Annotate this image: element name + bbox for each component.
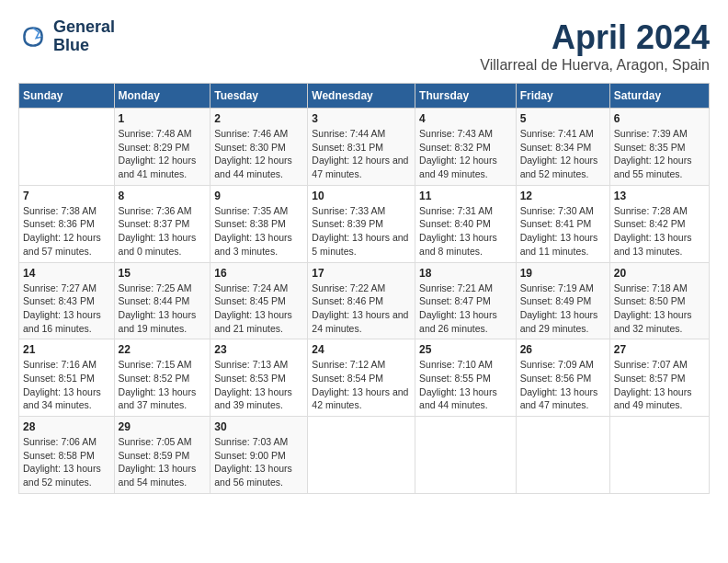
calendar-week-row: 1Sunrise: 7:48 AMSunset: 8:29 PMDaylight… <box>19 109 710 186</box>
calendar-week-row: 21Sunrise: 7:16 AMSunset: 8:51 PMDayligh… <box>19 339 710 417</box>
calendar-cell: 5Sunrise: 7:41 AMSunset: 8:34 PMDaylight… <box>516 109 609 186</box>
day-info: Sunrise: 7:03 AMSunset: 9:00 PMDaylight:… <box>214 435 303 489</box>
day-info: Sunrise: 7:31 AMSunset: 8:40 PMDaylight:… <box>419 204 512 259</box>
calendar-week-row: 28Sunrise: 7:06 AMSunset: 8:58 PMDayligh… <box>19 417 710 494</box>
calendar-cell <box>609 417 709 494</box>
day-info: Sunrise: 7:22 AMSunset: 8:46 PMDaylight:… <box>312 282 411 336</box>
calendar-table: SundayMondayTuesdayWednesdayThursdayFrid… <box>18 83 710 494</box>
day-info: Sunrise: 7:30 AMSunset: 8:41 PMDaylight:… <box>520 204 606 259</box>
calendar-cell: 30Sunrise: 7:03 AMSunset: 9:00 PMDayligh… <box>210 417 308 494</box>
calendar-cell: 13Sunrise: 7:28 AMSunset: 8:42 PMDayligh… <box>609 185 709 262</box>
day-number: 18 <box>419 267 512 280</box>
day-number: 10 <box>312 190 411 202</box>
calendar-header-row: SundayMondayTuesdayWednesdayThursdayFrid… <box>19 84 710 109</box>
day-info: Sunrise: 7:36 AMSunset: 8:37 PMDaylight:… <box>119 204 207 259</box>
header-cell-wednesday: Wednesday <box>308 84 415 109</box>
day-info: Sunrise: 7:27 AMSunset: 8:43 PMDaylight:… <box>23 282 110 336</box>
calendar-cell: 23Sunrise: 7:13 AMSunset: 8:53 PMDayligh… <box>210 339 308 417</box>
day-number: 4 <box>419 112 512 125</box>
day-number: 17 <box>312 267 411 280</box>
day-info: Sunrise: 7:48 AMSunset: 8:29 PMDaylight:… <box>119 127 207 181</box>
day-number: 2 <box>214 112 303 125</box>
calendar-cell <box>308 417 415 494</box>
day-info: Sunrise: 7:18 AMSunset: 8:50 PMDaylight:… <box>614 282 705 336</box>
calendar-cell: 29Sunrise: 7:05 AMSunset: 8:59 PMDayligh… <box>114 417 210 494</box>
logo: General Blue <box>18 18 115 55</box>
day-number: 28 <box>23 420 110 433</box>
day-info: Sunrise: 7:28 AMSunset: 8:42 PMDaylight:… <box>614 204 705 259</box>
calendar-cell: 3Sunrise: 7:44 AMSunset: 8:31 PMDaylight… <box>308 109 415 186</box>
day-number: 23 <box>214 343 303 356</box>
calendar-cell: 24Sunrise: 7:12 AMSunset: 8:54 PMDayligh… <box>308 339 415 417</box>
header-cell-friday: Friday <box>516 84 609 109</box>
calendar-cell <box>19 109 115 186</box>
calendar-body: 1Sunrise: 7:48 AMSunset: 8:29 PMDaylight… <box>19 109 710 494</box>
day-number: 7 <box>23 190 110 202</box>
day-number: 30 <box>214 420 303 433</box>
day-info: Sunrise: 7:10 AMSunset: 8:55 PMDaylight:… <box>419 358 512 412</box>
calendar-week-row: 14Sunrise: 7:27 AMSunset: 8:43 PMDayligh… <box>19 262 710 339</box>
header-cell-saturday: Saturday <box>609 84 709 109</box>
day-number: 5 <box>520 112 606 125</box>
calendar-cell: 12Sunrise: 7:30 AMSunset: 8:41 PMDayligh… <box>516 185 609 262</box>
calendar-cell: 8Sunrise: 7:36 AMSunset: 8:37 PMDaylight… <box>114 185 210 262</box>
page-subtitle: Villarreal de Huerva, Aragon, Spain <box>480 57 710 74</box>
title-area: April 2024 Villarreal de Huerva, Aragon,… <box>480 18 710 74</box>
day-number: 26 <box>520 343 606 356</box>
calendar-cell <box>415 417 517 494</box>
day-info: Sunrise: 7:46 AMSunset: 8:30 PMDaylight:… <box>214 127 303 181</box>
day-info: Sunrise: 7:06 AMSunset: 8:58 PMDaylight:… <box>23 435 110 489</box>
calendar-cell: 18Sunrise: 7:21 AMSunset: 8:47 PMDayligh… <box>415 262 517 339</box>
day-number: 14 <box>23 267 110 280</box>
day-info: Sunrise: 7:25 AMSunset: 8:44 PMDaylight:… <box>119 282 207 336</box>
day-info: Sunrise: 7:24 AMSunset: 8:45 PMDaylight:… <box>214 282 303 336</box>
calendar-cell: 6Sunrise: 7:39 AMSunset: 8:35 PMDaylight… <box>609 109 709 186</box>
day-number: 22 <box>119 343 207 356</box>
day-number: 27 <box>614 343 705 356</box>
calendar-cell: 15Sunrise: 7:25 AMSunset: 8:44 PMDayligh… <box>114 262 210 339</box>
day-number: 9 <box>214 190 303 202</box>
calendar-cell: 11Sunrise: 7:31 AMSunset: 8:40 PMDayligh… <box>415 185 517 262</box>
calendar-cell: 9Sunrise: 7:35 AMSunset: 8:38 PMDaylight… <box>210 185 308 262</box>
day-number: 6 <box>614 112 705 125</box>
day-info: Sunrise: 7:19 AMSunset: 8:49 PMDaylight:… <box>520 282 606 336</box>
day-number: 15 <box>119 267 207 280</box>
calendar-cell: 16Sunrise: 7:24 AMSunset: 8:45 PMDayligh… <box>210 262 308 339</box>
calendar-cell: 22Sunrise: 7:15 AMSunset: 8:52 PMDayligh… <box>114 339 210 417</box>
calendar-cell: 14Sunrise: 7:27 AMSunset: 8:43 PMDayligh… <box>19 262 115 339</box>
day-info: Sunrise: 7:12 AMSunset: 8:54 PMDaylight:… <box>312 358 411 412</box>
day-info: Sunrise: 7:21 AMSunset: 8:47 PMDaylight:… <box>419 282 512 336</box>
day-info: Sunrise: 7:35 AMSunset: 8:38 PMDaylight:… <box>214 204 303 259</box>
calendar-cell: 10Sunrise: 7:33 AMSunset: 8:39 PMDayligh… <box>308 185 415 262</box>
header-cell-tuesday: Tuesday <box>210 84 308 109</box>
calendar-cell: 20Sunrise: 7:18 AMSunset: 8:50 PMDayligh… <box>609 262 709 339</box>
day-info: Sunrise: 7:33 AMSunset: 8:39 PMDaylight:… <box>312 204 411 259</box>
calendar-cell: 1Sunrise: 7:48 AMSunset: 8:29 PMDaylight… <box>114 109 210 186</box>
calendar-cell: 27Sunrise: 7:07 AMSunset: 8:57 PMDayligh… <box>609 339 709 417</box>
day-info: Sunrise: 7:39 AMSunset: 8:35 PMDaylight:… <box>614 127 705 181</box>
page-title: April 2024 <box>480 18 710 57</box>
day-info: Sunrise: 7:07 AMSunset: 8:57 PMDaylight:… <box>614 358 705 412</box>
day-info: Sunrise: 7:38 AMSunset: 8:36 PMDaylight:… <box>23 204 110 259</box>
day-number: 29 <box>119 420 207 433</box>
day-number: 19 <box>520 267 606 280</box>
day-info: Sunrise: 7:09 AMSunset: 8:56 PMDaylight:… <box>520 358 606 412</box>
calendar-cell <box>516 417 609 494</box>
day-number: 12 <box>520 190 606 202</box>
day-number: 25 <box>419 343 512 356</box>
day-info: Sunrise: 7:16 AMSunset: 8:51 PMDaylight:… <box>23 358 110 412</box>
header: General Blue April 2024 Villarreal de Hu… <box>18 18 710 74</box>
logo-icon <box>18 22 48 52</box>
day-number: 24 <box>312 343 411 356</box>
day-number: 8 <box>119 190 207 202</box>
calendar-cell: 7Sunrise: 7:38 AMSunset: 8:36 PMDaylight… <box>19 185 115 262</box>
day-info: Sunrise: 7:15 AMSunset: 8:52 PMDaylight:… <box>119 358 207 412</box>
calendar-cell: 26Sunrise: 7:09 AMSunset: 8:56 PMDayligh… <box>516 339 609 417</box>
day-info: Sunrise: 7:41 AMSunset: 8:34 PMDaylight:… <box>520 127 606 181</box>
day-number: 1 <box>119 112 207 125</box>
day-info: Sunrise: 7:13 AMSunset: 8:53 PMDaylight:… <box>214 358 303 412</box>
calendar-week-row: 7Sunrise: 7:38 AMSunset: 8:36 PMDaylight… <box>19 185 710 262</box>
calendar-cell: 2Sunrise: 7:46 AMSunset: 8:30 PMDaylight… <box>210 109 308 186</box>
calendar-cell: 25Sunrise: 7:10 AMSunset: 8:55 PMDayligh… <box>415 339 517 417</box>
day-number: 11 <box>419 190 512 202</box>
